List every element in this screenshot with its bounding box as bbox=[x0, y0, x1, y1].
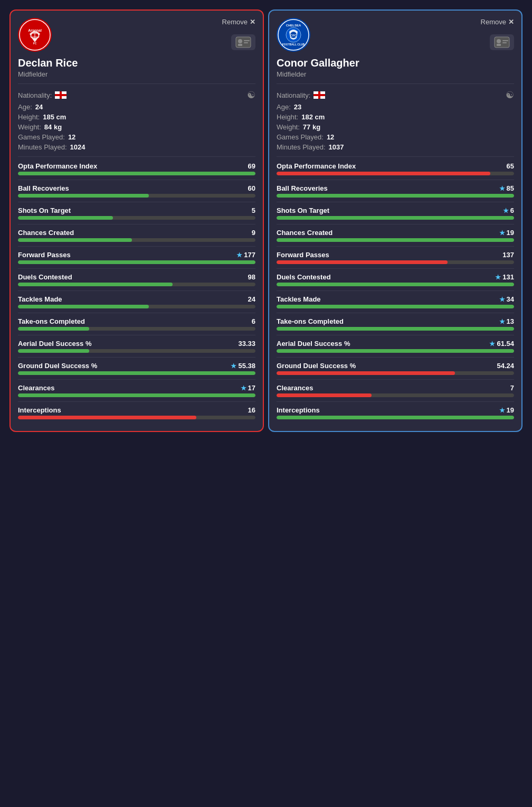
stat-value: ★13 bbox=[499, 317, 514, 325]
info-row-2: Height:185 cm bbox=[18, 113, 255, 121]
info-row-1: Age:23 bbox=[277, 103, 514, 111]
svg-text:CHELSEA: CHELSEA bbox=[286, 24, 301, 27]
player-card-icon[interactable] bbox=[490, 34, 514, 50]
stat-label: Take-ons Completed bbox=[277, 317, 344, 325]
stat-value: 7 bbox=[510, 384, 514, 392]
remove-button-declan-rice[interactable]: Remove ✕ bbox=[222, 18, 255, 26]
nationality-info-icon[interactable]: ☯ bbox=[506, 89, 514, 101]
stat-header: Opta Performance Index65 bbox=[277, 162, 514, 170]
svg-text:CFC: CFC bbox=[290, 34, 297, 37]
stat-value: 137 bbox=[502, 251, 514, 259]
stat-header: Duels Contested★131 bbox=[277, 273, 514, 281]
stat-value: 5 bbox=[252, 207, 255, 214]
svg-rect-13 bbox=[55, 94, 66, 96]
stat-bar bbox=[277, 416, 514, 419]
stat-value: 24 bbox=[248, 295, 255, 303]
svg-rect-27 bbox=[314, 94, 325, 96]
stat-label: Ball Recoveries bbox=[277, 184, 328, 192]
stat-row-0: Opta Performance Index69 bbox=[18, 162, 255, 180]
bar-fill bbox=[277, 393, 372, 397]
stat-label: Duels Contested bbox=[277, 273, 331, 281]
bar-fill bbox=[277, 416, 514, 419]
info-value: 24 bbox=[35, 103, 43, 111]
stat-bar bbox=[277, 216, 514, 220]
stat-label: Forward Passes bbox=[277, 251, 329, 259]
stat-bar bbox=[277, 305, 514, 308]
stat-bar bbox=[277, 238, 514, 242]
info-value: 185 cm bbox=[43, 113, 66, 121]
stat-bar bbox=[18, 349, 255, 353]
star-icon: ★ bbox=[241, 384, 246, 392]
bar-fill bbox=[18, 283, 173, 286]
stat-header: Opta Performance Index69 bbox=[18, 162, 255, 170]
star-icon: ★ bbox=[499, 229, 505, 237]
stat-row-6: Tackles Made24 bbox=[18, 295, 255, 313]
stat-bar bbox=[18, 305, 255, 308]
stat-divider bbox=[277, 268, 514, 269]
stat-row-3: Chances Created9 bbox=[18, 229, 255, 247]
stat-divider bbox=[277, 224, 514, 224]
stat-divider bbox=[277, 202, 514, 202]
svg-text:FC: FC bbox=[33, 42, 37, 45]
info-label: Nationality: bbox=[18, 91, 52, 99]
svg-rect-20 bbox=[495, 37, 509, 48]
stat-header: Interceptions16 bbox=[18, 406, 255, 414]
player-card-icon[interactable] bbox=[231, 34, 255, 50]
bar-fill bbox=[18, 305, 149, 308]
stat-value: 60 bbox=[248, 184, 255, 192]
bar-fill bbox=[18, 216, 113, 220]
stat-divider bbox=[277, 313, 514, 313]
stat-row-4: Forward Passes137 bbox=[277, 251, 514, 269]
stat-bar bbox=[18, 393, 255, 397]
bar-fill bbox=[277, 305, 514, 308]
stat-label: Duels Contested bbox=[18, 273, 72, 281]
remove-label: Remove bbox=[481, 18, 506, 26]
info-row-0: Nationality:☯ bbox=[18, 89, 255, 101]
info-row-5: Minutes Played:1037 bbox=[277, 143, 514, 151]
close-icon: ✕ bbox=[250, 18, 255, 26]
stat-label: Opta Performance Index bbox=[18, 162, 97, 170]
stat-divider bbox=[18, 202, 255, 202]
stat-bar bbox=[18, 238, 255, 242]
stat-label: Chances Created bbox=[277, 229, 332, 237]
stat-header: Clearances★17 bbox=[18, 384, 255, 392]
stat-header: Forward Passes137 bbox=[277, 251, 514, 259]
nationality-info-icon[interactable]: ☯ bbox=[247, 89, 255, 101]
stat-value: ★19 bbox=[499, 406, 514, 414]
stat-divider bbox=[277, 401, 514, 402]
svg-rect-8 bbox=[238, 44, 242, 46]
stat-row-2: Shots On Target★6 bbox=[277, 207, 514, 224]
info-label: Height: bbox=[277, 113, 298, 121]
stat-label: Chances Created bbox=[18, 229, 74, 237]
remove-button-conor-gallagher[interactable]: Remove ✕ bbox=[481, 18, 514, 26]
id-card-icon bbox=[235, 36, 251, 48]
remove-label: Remove bbox=[222, 18, 248, 26]
stat-bar bbox=[18, 416, 255, 419]
player-name: Conor Gallagher bbox=[277, 57, 514, 69]
stat-header: Aerial Duel Success %★61.54 bbox=[277, 340, 514, 348]
stat-bar bbox=[277, 393, 514, 397]
stat-divider bbox=[18, 401, 255, 402]
stat-value: 33.33 bbox=[238, 340, 255, 348]
star-icon: ★ bbox=[231, 362, 236, 370]
stat-row-6: Tackles Made★34 bbox=[277, 295, 514, 313]
bar-fill bbox=[18, 393, 255, 397]
stat-label: Ground Duel Success % bbox=[18, 362, 97, 370]
info-row-1: Age:24 bbox=[18, 103, 255, 111]
info-value: 23 bbox=[294, 103, 301, 111]
stat-header: Ball Recoveries★85 bbox=[277, 184, 514, 192]
stat-row-0: Opta Performance Index65 bbox=[277, 162, 514, 180]
stat-divider bbox=[18, 268, 255, 269]
stat-label: Forward Passes bbox=[18, 251, 71, 259]
stat-row-3: Chances Created★19 bbox=[277, 229, 514, 247]
info-value: 1024 bbox=[70, 143, 86, 151]
stat-value: ★34 bbox=[499, 295, 514, 303]
stat-bar bbox=[18, 194, 255, 198]
info-row-4: Games Played:12 bbox=[277, 133, 514, 141]
stat-label: Ball Recoveries bbox=[18, 184, 69, 192]
stat-bar bbox=[18, 260, 255, 264]
stat-header: Shots On Target5 bbox=[18, 207, 255, 214]
stat-divider bbox=[277, 246, 514, 247]
bar-fill bbox=[18, 327, 89, 331]
svg-point-7 bbox=[238, 39, 242, 43]
